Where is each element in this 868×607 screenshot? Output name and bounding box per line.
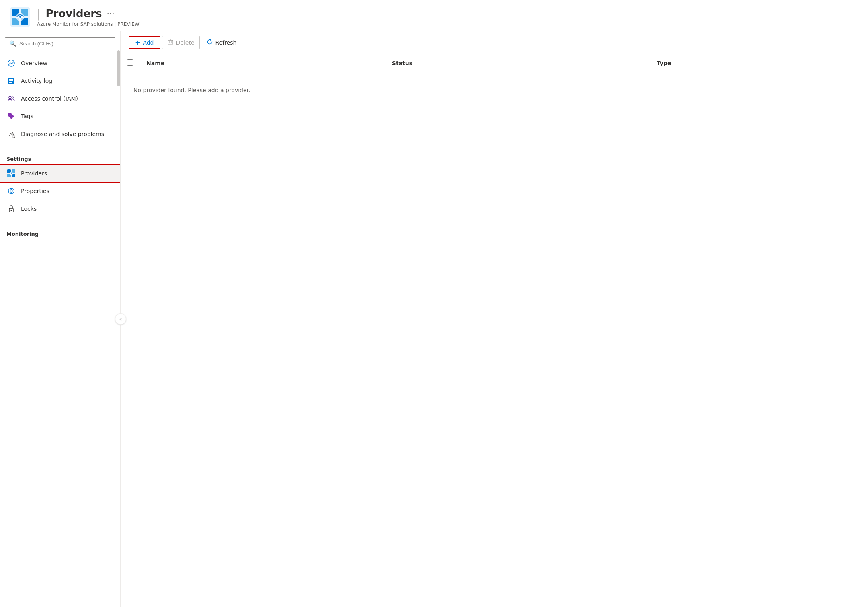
svg-line-16 xyxy=(14,137,15,138)
sidebar-wrapper: 🔍 Overview xyxy=(0,31,121,607)
refresh-button[interactable]: Refresh xyxy=(201,36,242,49)
refresh-label: Refresh xyxy=(215,39,237,46)
sidebar-item-properties-label: Properties xyxy=(21,188,49,194)
delete-button[interactable]: Delete xyxy=(162,36,200,49)
overview-icon xyxy=(6,58,16,68)
sidebar-item-access-control[interactable]: Access control (IAM) xyxy=(0,90,120,107)
header-subtitle: Azure Monitor for SAP solutions | PREVIE… xyxy=(37,21,140,27)
content-area: + Add Delete xyxy=(121,31,868,607)
sidebar-item-locks-label: Locks xyxy=(21,206,37,212)
svg-point-6 xyxy=(19,16,21,18)
activity-log-icon xyxy=(6,76,16,86)
header-title-block: | Providers ··· Azure Monitor for SAP so… xyxy=(37,7,140,27)
empty-state-row: No provider found. Please add a provider… xyxy=(121,72,868,108)
add-icon: + xyxy=(135,39,140,46)
app-logo xyxy=(10,6,31,27)
svg-point-13 xyxy=(12,97,14,98)
sidebar-item-activity-log-label: Activity log xyxy=(21,78,52,84)
sidebar-item-activity-log[interactable]: Activity log xyxy=(0,72,120,90)
toolbar: + Add Delete xyxy=(121,31,868,54)
table-header-status: Status xyxy=(386,54,650,72)
table-area: Name Status Type No provider found. Plea… xyxy=(121,54,868,607)
header: | Providers ··· Azure Monitor for SAP so… xyxy=(0,0,868,31)
sidebar-item-providers-label: Providers xyxy=(21,170,47,177)
table-header-row: Name Status Type xyxy=(121,54,868,72)
sidebar-item-diagnose-label: Diagnose and solve problems xyxy=(21,131,104,137)
page-title: Providers xyxy=(45,8,102,20)
search-input[interactable] xyxy=(19,41,111,47)
sidebar-item-tags[interactable]: Tags xyxy=(0,107,120,125)
table-header-name: Name xyxy=(140,54,386,72)
properties-icon xyxy=(6,186,16,196)
more-options-icon[interactable]: ··· xyxy=(107,9,115,19)
svg-rect-9 xyxy=(9,79,13,80)
sidebar-item-locks[interactable]: Locks xyxy=(0,200,120,218)
providers-icon xyxy=(6,169,16,178)
diagnose-icon xyxy=(6,129,16,139)
table-body: No provider found. Please add a provider… xyxy=(121,72,868,108)
sidebar-item-providers[interactable]: Providers xyxy=(0,165,120,182)
sidebar-item-overview-label: Overview xyxy=(21,60,47,66)
add-label: Add xyxy=(143,39,154,46)
svg-rect-11 xyxy=(9,82,12,83)
sidebar-collapse-button[interactable]: « xyxy=(115,313,126,325)
header-divider: | xyxy=(37,7,41,21)
search-box[interactable]: 🔍 xyxy=(5,37,115,49)
sidebar-item-diagnose[interactable]: Diagnose and solve problems xyxy=(0,125,120,143)
sidebar-item-tags-label: Tags xyxy=(21,113,33,119)
settings-section-header: Settings xyxy=(0,150,120,165)
tags-icon xyxy=(6,111,16,121)
sidebar: 🔍 Overview xyxy=(0,31,121,607)
add-button[interactable]: + Add xyxy=(129,36,160,49)
sidebar-item-access-control-label: Access control (IAM) xyxy=(21,95,78,102)
access-control-icon xyxy=(6,94,16,103)
refresh-icon xyxy=(207,39,213,46)
svg-rect-10 xyxy=(9,80,13,81)
sidebar-item-properties[interactable]: Properties xyxy=(0,182,120,200)
table-header-type: Type xyxy=(650,54,868,72)
nav-divider-1 xyxy=(0,146,120,146)
svg-point-30 xyxy=(11,210,12,211)
table-header-checkbox-col xyxy=(121,54,140,72)
sidebar-item-overview[interactable]: Overview xyxy=(0,54,120,72)
main-layout: 🔍 Overview xyxy=(0,31,868,607)
scrollbar-thumb[interactable] xyxy=(117,50,120,86)
providers-table: Name Status Type No provider found. Plea… xyxy=(121,54,868,108)
locks-icon xyxy=(6,204,16,214)
svg-point-22 xyxy=(11,173,12,174)
search-icon: 🔍 xyxy=(9,40,16,47)
svg-point-14 xyxy=(10,115,11,116)
svg-point-12 xyxy=(9,96,11,99)
delete-label: Delete xyxy=(176,39,195,46)
svg-point-24 xyxy=(10,190,12,192)
delete-icon xyxy=(167,39,174,46)
nav-divider-2 xyxy=(0,221,120,221)
select-all-checkbox[interactable] xyxy=(127,59,133,66)
monitoring-section-header: Monitoring xyxy=(0,224,120,239)
svg-rect-31 xyxy=(168,40,173,44)
empty-state-message: No provider found. Please add a provider… xyxy=(127,77,862,103)
app-container: | Providers ··· Azure Monitor for SAP so… xyxy=(0,0,868,607)
